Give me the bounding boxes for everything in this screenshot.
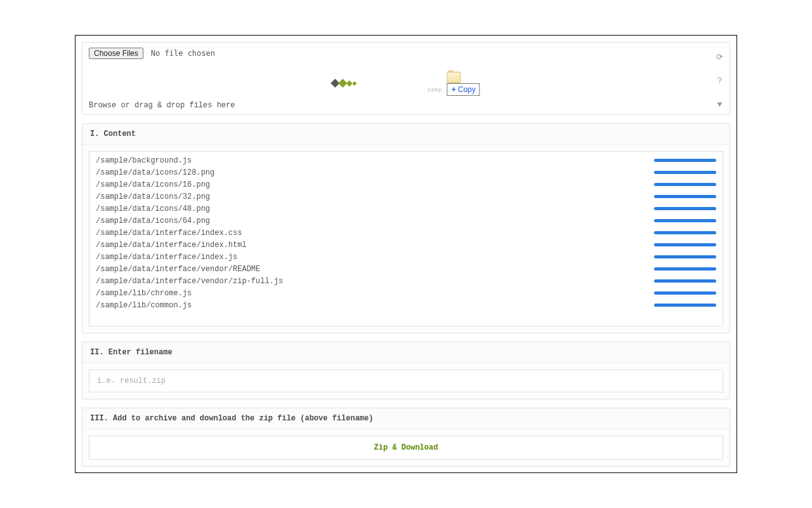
progress-bar	[654, 291, 716, 295]
file-row: /sample/background.js	[96, 154, 716, 166]
file-row: /sample/data/interface/vendor/zip-full.j…	[96, 275, 716, 287]
file-path: /sample/data/icons/64.png	[96, 217, 210, 225]
file-path: /sample/data/interface/vendor/README	[96, 265, 260, 274]
file-path: /sample/lib/chrome.js	[96, 289, 192, 298]
file-path: /sample/data/icons/16.png	[96, 180, 210, 189]
file-row: /sample/data/icons/16.png	[96, 178, 716, 190]
heart-icon[interactable]: ♥	[716, 100, 723, 109]
diamond-loader-icon	[332, 80, 356, 86]
refresh-icon[interactable]: ⟳	[716, 52, 723, 62]
content-panel-title: I. Content	[82, 124, 730, 145]
copy-button[interactable]: + Copy	[447, 83, 480, 96]
zip-download-button[interactable]: Zip & Download	[89, 436, 723, 460]
copy-button-label: Copy	[458, 85, 476, 94]
file-dropzone[interactable]: Choose Files No file chosen samp +	[82, 42, 730, 115]
file-list[interactable]: /sample/background.js/sample/data/icons/…	[89, 151, 723, 326]
file-path: /sample/data/icons/32.png	[96, 192, 210, 201]
progress-bar	[654, 159, 716, 162]
download-panel: III. Add to archive and download the zip…	[82, 408, 730, 467]
file-row: /sample/data/icons/32.png	[96, 190, 716, 203]
file-row: /sample/data/interface/index.html	[96, 239, 716, 251]
file-path: /sample/lib/common.js	[96, 301, 192, 310]
progress-bar	[654, 183, 716, 186]
progress-bar	[654, 304, 716, 307]
file-row: /sample/data/icons/48.png	[96, 203, 716, 215]
progress-bar	[654, 279, 716, 283]
filename-panel: II. Enter filename	[82, 342, 730, 399]
no-file-chosen-label: No file chosen	[151, 49, 215, 58]
file-path: /sample/data/icons/48.png	[96, 204, 210, 213]
file-row: /sample/data/icons/128.png	[96, 166, 716, 178]
sample-folder: samp + Copy	[427, 70, 480, 96]
plus-icon: +	[452, 85, 456, 94]
file-path: /sample/data/interface/index.js	[96, 253, 237, 262]
file-path: /sample/data/interface/vendor/zip-full.j…	[96, 277, 283, 286]
file-row: /sample/data/interface/index.css	[96, 227, 716, 239]
progress-bar	[654, 231, 716, 234]
file-row: /sample/data/interface/index.js	[96, 251, 716, 263]
folder-icon	[447, 70, 461, 83]
dropzone-hint: Browse or drag & drop files here	[89, 101, 235, 110]
choose-files-button[interactable]: Choose Files	[89, 48, 143, 59]
help-icon[interactable]: ?	[716, 76, 723, 86]
file-row: /sample/lib/common.js	[96, 299, 716, 311]
sample-folder-label: samp	[427, 87, 442, 93]
progress-bar	[654, 207, 716, 210]
progress-bar	[654, 255, 716, 258]
file-row: /sample/data/interface/vendor/README	[96, 263, 716, 275]
file-path: /sample/data/interface/index.html	[96, 241, 247, 250]
file-path: /sample/background.js	[96, 156, 192, 165]
app-window: Choose Files No file chosen samp +	[75, 35, 737, 473]
progress-bar	[654, 171, 716, 174]
filename-panel-title: II. Enter filename	[82, 342, 730, 363]
progress-bar	[654, 219, 716, 222]
progress-bar	[654, 267, 716, 271]
progress-bar	[654, 195, 716, 198]
progress-bar	[654, 243, 716, 246]
file-row: /sample/data/icons/64.png	[96, 215, 716, 227]
content-panel: I. Content /sample/background.js/sample/…	[82, 123, 730, 333]
filename-input[interactable]	[89, 370, 723, 392]
file-path: /sample/data/icons/128.png	[96, 168, 214, 177]
file-path: /sample/data/interface/index.css	[96, 229, 242, 237]
download-panel-title: III. Add to archive and download the zip…	[82, 408, 730, 429]
file-row: /sample/lib/chrome.js	[96, 287, 716, 299]
